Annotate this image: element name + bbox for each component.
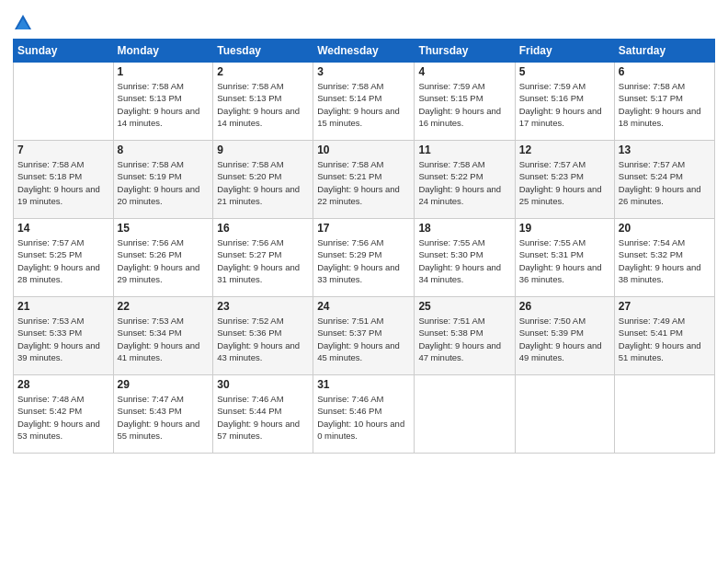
calendar-header: SundayMondayTuesdayWednesdayThursdayFrid… (14, 40, 715, 63)
day-number: 9 (217, 144, 309, 156)
weekday-header-thursday: Thursday (415, 40, 515, 63)
day-info: Sunrise: 7:55 AMSunset: 5:30 PMDaylight:… (418, 236, 510, 285)
weekday-header-friday: Friday (515, 40, 614, 63)
day-info: Sunrise: 7:53 AMSunset: 5:33 PMDaylight:… (17, 315, 109, 363)
calendar-cell: 30Sunrise: 7:46 AMSunset: 5:44 PMDayligh… (213, 375, 313, 454)
calendar-cell: 15Sunrise: 7:56 AMSunset: 5:26 PMDayligh… (113, 219, 213, 297)
calendar-cell: 29Sunrise: 7:47 AMSunset: 5:43 PMDayligh… (113, 375, 213, 454)
day-number: 1 (118, 65, 210, 78)
day-number: 4 (418, 65, 510, 78)
logo-icon (13, 13, 33, 33)
calendar-cell: 20Sunrise: 7:54 AMSunset: 5:32 PMDayligh… (614, 219, 714, 297)
day-info: Sunrise: 7:58 AMSunset: 5:20 PMDaylight:… (217, 158, 309, 207)
day-info: Sunrise: 7:58 AMSunset: 5:19 PMDaylight:… (118, 158, 210, 207)
day-info: Sunrise: 7:56 AMSunset: 5:27 PMDaylight:… (217, 236, 309, 285)
day-number: 31 (317, 378, 410, 391)
day-info: Sunrise: 7:46 AMSunset: 5:44 PMDaylight:… (217, 393, 309, 442)
calendar-cell: 5Sunrise: 7:59 AMSunset: 5:16 PMDaylight… (515, 63, 614, 141)
day-number: 28 (17, 378, 109, 391)
calendar-cell: 11Sunrise: 7:58 AMSunset: 5:22 PMDayligh… (415, 141, 515, 219)
day-info: Sunrise: 7:46 AMSunset: 5:46 PMDaylight:… (317, 393, 410, 442)
day-number: 19 (519, 222, 610, 235)
day-number: 12 (519, 144, 610, 156)
day-number: 25 (418, 300, 510, 313)
calendar-cell: 21Sunrise: 7:53 AMSunset: 5:33 PMDayligh… (14, 297, 114, 375)
day-number: 22 (118, 300, 210, 313)
calendar-cell: 26Sunrise: 7:50 AMSunset: 5:39 PMDayligh… (515, 297, 614, 375)
day-info: Sunrise: 7:56 AMSunset: 5:29 PMDaylight:… (317, 236, 410, 285)
calendar-cell: 19Sunrise: 7:55 AMSunset: 5:31 PMDayligh… (515, 219, 614, 297)
day-number: 27 (619, 300, 711, 313)
day-info: Sunrise: 7:59 AMSunset: 5:16 PMDaylight:… (519, 80, 610, 129)
day-info: Sunrise: 7:58 AMSunset: 5:13 PMDaylight:… (118, 80, 210, 129)
day-number: 6 (619, 65, 711, 78)
calendar-table: SundayMondayTuesdayWednesdayThursdayFrid… (13, 39, 715, 454)
calendar-cell: 6Sunrise: 7:58 AMSunset: 5:17 PMDaylight… (614, 63, 714, 141)
calendar-cell: 3Sunrise: 7:58 AMSunset: 5:14 PMDaylight… (313, 63, 415, 141)
calendar-cell: 17Sunrise: 7:56 AMSunset: 5:29 PMDayligh… (313, 219, 415, 297)
day-info: Sunrise: 7:57 AMSunset: 5:23 PMDaylight:… (519, 158, 610, 207)
day-number: 17 (317, 222, 410, 235)
weekday-header-tuesday: Tuesday (213, 40, 313, 63)
day-info: Sunrise: 7:58 AMSunset: 5:14 PMDaylight:… (317, 80, 410, 129)
calendar-page: SundayMondayTuesdayWednesdayThursdayFrid… (0, 0, 728, 563)
day-info: Sunrise: 7:58 AMSunset: 5:18 PMDaylight:… (17, 158, 109, 207)
day-number: 3 (317, 65, 410, 78)
calendar-cell: 16Sunrise: 7:56 AMSunset: 5:27 PMDayligh… (213, 219, 313, 297)
day-info: Sunrise: 7:51 AMSunset: 5:38 PMDaylight:… (418, 315, 510, 363)
week-row-5: 28Sunrise: 7:48 AMSunset: 5:42 PMDayligh… (14, 375, 715, 454)
day-number: 20 (619, 222, 711, 235)
day-info: Sunrise: 7:57 AMSunset: 5:25 PMDaylight:… (17, 236, 109, 285)
day-info: Sunrise: 7:59 AMSunset: 5:15 PMDaylight:… (418, 80, 510, 129)
weekday-header-wednesday: Wednesday (313, 40, 415, 63)
weekday-row: SundayMondayTuesdayWednesdayThursdayFrid… (14, 40, 715, 63)
calendar-body: 1Sunrise: 7:58 AMSunset: 5:13 PMDaylight… (14, 63, 715, 454)
calendar-cell: 2Sunrise: 7:58 AMSunset: 5:13 PMDaylight… (213, 63, 313, 141)
day-number: 29 (118, 378, 210, 391)
calendar-cell: 4Sunrise: 7:59 AMSunset: 5:15 PMDaylight… (415, 63, 515, 141)
week-row-3: 14Sunrise: 7:57 AMSunset: 5:25 PMDayligh… (14, 219, 715, 297)
calendar-cell: 14Sunrise: 7:57 AMSunset: 5:25 PMDayligh… (14, 219, 114, 297)
day-info: Sunrise: 7:49 AMSunset: 5:41 PMDaylight:… (619, 315, 711, 363)
day-number: 23 (217, 300, 309, 313)
day-info: Sunrise: 7:58 AMSunset: 5:22 PMDaylight:… (418, 158, 510, 207)
day-info: Sunrise: 7:51 AMSunset: 5:37 PMDaylight:… (317, 315, 410, 363)
calendar-cell (515, 375, 614, 454)
calendar-cell: 28Sunrise: 7:48 AMSunset: 5:42 PMDayligh… (14, 375, 114, 454)
day-number: 16 (217, 222, 309, 235)
calendar-cell: 12Sunrise: 7:57 AMSunset: 5:23 PMDayligh… (515, 141, 614, 219)
day-info: Sunrise: 7:55 AMSunset: 5:31 PMDaylight:… (519, 236, 610, 285)
day-number: 2 (217, 65, 309, 78)
day-info: Sunrise: 7:53 AMSunset: 5:34 PMDaylight:… (118, 315, 210, 363)
day-number: 30 (217, 378, 309, 391)
calendar-cell (415, 375, 515, 454)
weekday-header-monday: Monday (113, 40, 213, 63)
day-number: 7 (17, 144, 109, 156)
week-row-4: 21Sunrise: 7:53 AMSunset: 5:33 PMDayligh… (14, 297, 715, 375)
calendar-cell: 8Sunrise: 7:58 AMSunset: 5:19 PMDaylight… (113, 141, 213, 219)
day-number: 15 (118, 222, 210, 235)
calendar-cell: 7Sunrise: 7:58 AMSunset: 5:18 PMDaylight… (14, 141, 114, 219)
calendar-cell: 10Sunrise: 7:58 AMSunset: 5:21 PMDayligh… (313, 141, 415, 219)
day-info: Sunrise: 7:57 AMSunset: 5:24 PMDaylight:… (619, 158, 711, 207)
day-info: Sunrise: 7:58 AMSunset: 5:13 PMDaylight:… (217, 80, 309, 129)
day-info: Sunrise: 7:47 AMSunset: 5:43 PMDaylight:… (118, 393, 210, 442)
calendar-cell: 23Sunrise: 7:52 AMSunset: 5:36 PMDayligh… (213, 297, 313, 375)
page-header (13, 9, 715, 33)
day-number: 11 (418, 144, 510, 156)
day-number: 8 (118, 144, 210, 156)
day-number: 14 (17, 222, 109, 235)
calendar-cell: 13Sunrise: 7:57 AMSunset: 5:24 PMDayligh… (614, 141, 714, 219)
week-row-1: 1Sunrise: 7:58 AMSunset: 5:13 PMDaylight… (14, 63, 715, 141)
calendar-cell: 9Sunrise: 7:58 AMSunset: 5:20 PMDaylight… (213, 141, 313, 219)
day-number: 21 (17, 300, 109, 313)
weekday-header-sunday: Sunday (14, 40, 114, 63)
day-info: Sunrise: 7:48 AMSunset: 5:42 PMDaylight:… (17, 393, 109, 442)
day-number: 24 (317, 300, 410, 313)
calendar-cell: 27Sunrise: 7:49 AMSunset: 5:41 PMDayligh… (614, 297, 714, 375)
day-info: Sunrise: 7:58 AMSunset: 5:17 PMDaylight:… (619, 80, 711, 129)
day-info: Sunrise: 7:54 AMSunset: 5:32 PMDaylight:… (619, 236, 711, 285)
day-number: 10 (317, 144, 410, 156)
weekday-header-saturday: Saturday (614, 40, 714, 63)
calendar-cell: 25Sunrise: 7:51 AMSunset: 5:38 PMDayligh… (415, 297, 515, 375)
